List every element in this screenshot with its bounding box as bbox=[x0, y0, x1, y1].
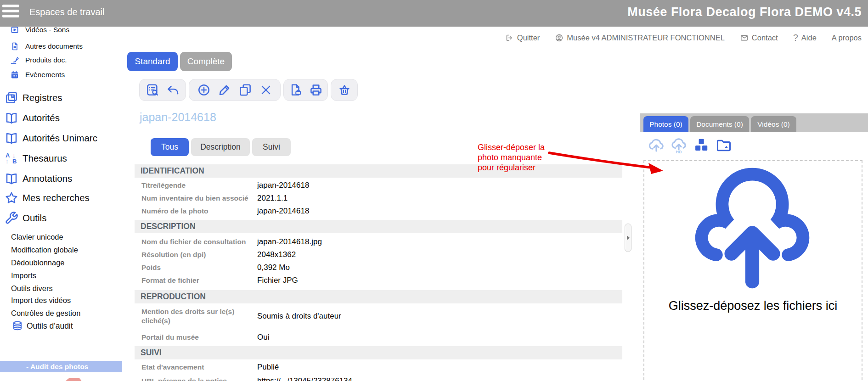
app-title: Musée Flora Decalog Flora DEMO v4.5 bbox=[627, 5, 862, 19]
pencil-icon bbox=[218, 83, 231, 97]
tab-complete[interactable]: Complète bbox=[180, 52, 232, 71]
sidebar-item-outils-audit[interactable]: Outils d'audit bbox=[12, 319, 73, 332]
tab-photos[interactable]: Photos (0) bbox=[643, 116, 688, 132]
sidebar-item-mes-recherches[interactable]: Mes recherches bbox=[0, 190, 106, 206]
quit-label: Quitter bbox=[517, 34, 540, 42]
cubes-icon bbox=[693, 137, 710, 154]
field-row: Nom du fichier de consultation japan-201… bbox=[135, 236, 622, 248]
sidebar-item-modification-globale[interactable]: Modification globale bbox=[11, 245, 78, 255]
field-label: Portail du musée bbox=[141, 333, 257, 342]
delete-record-button[interactable] bbox=[259, 83, 273, 97]
field-label: Etat d'avancement bbox=[141, 363, 257, 372]
sidebar-item-imports[interactable]: Imports bbox=[11, 270, 36, 280]
document-print-icon bbox=[288, 83, 302, 97]
sidebar-item-registres[interactable]: Registres bbox=[0, 90, 106, 106]
sidebar-item-import-des-videos[interactable]: Import des vidéos bbox=[11, 295, 71, 305]
section-header-suivi: SUIVI bbox=[135, 346, 622, 359]
open-book-icon bbox=[5, 111, 18, 125]
exit-icon bbox=[505, 34, 514, 42]
hamburger-menu-icon[interactable] bbox=[2, 5, 20, 20]
section-header-reproduction: REPRODUCTION bbox=[135, 290, 622, 303]
copy-record-button[interactable] bbox=[238, 83, 253, 97]
tab-description[interactable]: Description bbox=[191, 138, 250, 156]
field-value: 2048x1362 bbox=[257, 250, 296, 259]
about-link[interactable]: A propos bbox=[832, 34, 862, 42]
sidebar-item-autorites[interactable]: Autorités bbox=[0, 110, 106, 126]
tab-standard[interactable]: Standard bbox=[127, 52, 178, 71]
tab-suivi[interactable]: Suivi bbox=[252, 138, 291, 156]
upload-cloud-hd-button[interactable]: HD bbox=[670, 136, 688, 155]
user-label: Musée v4 ADMINISTRATEUR FONCTIONNEL bbox=[567, 34, 725, 42]
quit-link[interactable]: Quitter bbox=[505, 34, 540, 42]
sidebar-item-autres-documents[interactable]: Autres documents bbox=[0, 40, 116, 52]
sort-ab-icon: A↓↑B bbox=[5, 152, 18, 165]
tab-videos[interactable]: Vidéos (0) bbox=[751, 116, 796, 132]
sidebar-item-controles-de-gestion[interactable]: Contrôles de gestion bbox=[11, 308, 80, 318]
browse-folder-button[interactable] bbox=[715, 136, 733, 155]
field-label: Nom du fichier de consultation bbox=[141, 237, 257, 247]
field-label: Poids bbox=[141, 263, 257, 272]
sidebar-item-clavier-unicode[interactable]: Clavier unicode bbox=[11, 232, 63, 242]
sidebar: Vidéos - Sons Autres documents Produits … bbox=[0, 27, 122, 381]
field-label: Numéro de la photo bbox=[141, 207, 257, 216]
tab-tous[interactable]: Tous bbox=[151, 138, 189, 156]
field-value: japan-2014618 bbox=[257, 207, 309, 216]
field-value: japan-2014618 bbox=[257, 181, 309, 190]
basket-icon bbox=[338, 83, 351, 97]
contact-link[interactable]: Contact bbox=[740, 34, 778, 42]
sidebar-item-audit-des-photos-active[interactable]: - Audit des photos bbox=[0, 361, 122, 372]
workspace-label: Espaces de travail bbox=[29, 7, 104, 17]
sidebar-item-label: Produits doc. bbox=[25, 56, 67, 64]
print-button[interactable] bbox=[309, 83, 323, 97]
sidebar-item-outils[interactable]: Outils bbox=[0, 210, 106, 226]
field-label: Titre/légende bbox=[141, 181, 257, 190]
field-value: Fichier JPG bbox=[257, 276, 298, 285]
sidebar-item-label: Autorités bbox=[23, 112, 60, 123]
edit-record-button[interactable] bbox=[217, 83, 232, 97]
record-title: japan-2014618 bbox=[140, 111, 216, 124]
field-label: URL pérenne de la notice bbox=[141, 376, 257, 381]
sidebar-item-label: Evènements bbox=[25, 71, 65, 79]
field-value: https://.../13045/232876134 bbox=[257, 376, 352, 381]
file-dropzone[interactable]: Glissez-déposez les fichiers ici bbox=[643, 160, 862, 381]
list-search-icon bbox=[146, 83, 159, 97]
database-icon bbox=[12, 320, 23, 331]
sidebar-item-annotations[interactable]: Annotations bbox=[0, 171, 106, 186]
tab-documents[interactable]: Documents (0) bbox=[690, 116, 749, 132]
svg-text:HD: HD bbox=[676, 150, 682, 154]
sidebar-item-autorites-unimarc[interactable]: Autorités Unimarc bbox=[0, 130, 106, 146]
question-mark-icon: ? bbox=[793, 33, 798, 43]
help-link[interactable]: ? Aide bbox=[793, 33, 817, 43]
display-list-button[interactable] bbox=[145, 83, 160, 97]
help-label: Aide bbox=[801, 34, 817, 42]
sidebar-item-thesaurus[interactable]: A↓↑B Thesaurus bbox=[0, 151, 106, 166]
sidebar-item-outils-divers[interactable]: Outils divers bbox=[11, 283, 53, 293]
sidebar-item-dedoublonnage[interactable]: Dédoublonnage bbox=[11, 258, 65, 268]
undo-button[interactable] bbox=[166, 83, 180, 97]
current-user[interactable]: Musée v4 ADMINISTRATEUR FONCTIONNEL bbox=[555, 34, 725, 42]
registers-icon bbox=[5, 91, 18, 105]
sidebar-item-label: Vidéos - Sons bbox=[25, 26, 69, 34]
sidebar-item-evenements[interactable]: Evènements bbox=[0, 69, 116, 81]
contact-label: Contact bbox=[752, 34, 778, 42]
add-record-button[interactable] bbox=[197, 83, 211, 97]
sidebar-item-produits-doc[interactable]: Produits doc. bbox=[0, 54, 116, 66]
field-row: URL pérenne de la notice https://.../130… bbox=[135, 375, 622, 381]
annotation-text: Glisser-déposer la photo manquante pour … bbox=[478, 142, 545, 173]
toolbar-group-navigation bbox=[139, 79, 186, 101]
panel-collapse-handle[interactable] bbox=[625, 224, 631, 252]
section-header-description: DESCRIPTION bbox=[135, 220, 622, 233]
sidebar-item-label: Registres bbox=[23, 92, 62, 103]
field-row: Titre/légende japan-2014618 bbox=[135, 179, 622, 191]
field-row: Format de fichier Fichier JPG bbox=[135, 275, 622, 286]
field-value: 0,392 Mo bbox=[257, 263, 290, 272]
field-value: japan-2014618.jpg bbox=[257, 237, 322, 247]
link-media-button[interactable] bbox=[692, 136, 710, 155]
field-row: Portail du musée Oui bbox=[135, 331, 622, 343]
upload-cloud-big-icon bbox=[676, 166, 828, 299]
folder-image-icon bbox=[716, 137, 732, 154]
export-document-button[interactable] bbox=[288, 83, 303, 97]
video-doc-icon bbox=[10, 25, 19, 34]
upload-cloud-hd-icon: HD bbox=[670, 137, 688, 154]
basket-button[interactable] bbox=[337, 83, 352, 97]
